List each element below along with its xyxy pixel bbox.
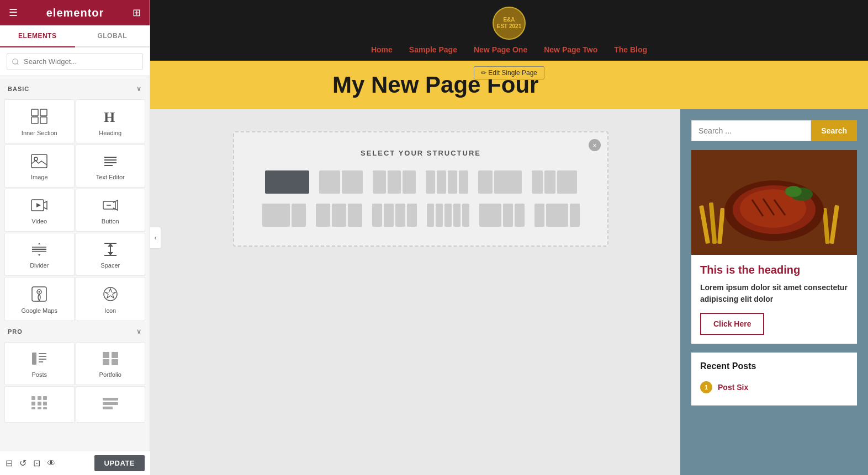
structure-option-r2-1[interactable] [260, 201, 308, 229]
widget-text-editor[interactable]: Text Editor [76, 145, 146, 188]
structure-close-button[interactable]: × [589, 139, 601, 151]
svg-point-6 [34, 157, 38, 161]
pro4-icon [102, 396, 119, 412]
update-button[interactable]: UPDATE [94, 455, 145, 471]
sidebar-search-button[interactable]: Search [811, 120, 857, 141]
structure-title: SELECT YOUR STRUCTURE [251, 149, 591, 157]
history-icon[interactable]: ↺ [19, 458, 27, 468]
nav-new-page-two[interactable]: New Page Two [544, 45, 597, 54]
widget-text-editor-label: Text Editor [96, 174, 125, 180]
widget-pro-4[interactable] [76, 386, 146, 423]
icon-widget-icon [103, 286, 118, 304]
widget-google-maps[interactable]: Google Maps [4, 277, 75, 321]
hamburger-icon[interactable]: ☰ [9, 7, 18, 19]
pro-section-header[interactable]: PRO ∨ [0, 323, 150, 340]
structure-selector: × SELECT YOUR STRUCTURE [233, 131, 608, 247]
inner-section-icon [31, 109, 47, 126]
widget-spacer[interactable]: Spacer [76, 233, 146, 276]
structure-row-2 [251, 201, 591, 229]
svg-rect-0 [31, 109, 38, 116]
structure-option-r2-2[interactable] [314, 201, 364, 229]
layers-icon[interactable]: ⊟ [6, 458, 13, 468]
recent-posts-widget: Recent Posts 1 Post Six [691, 353, 857, 405]
widget-pro-3[interactable] [4, 386, 75, 423]
structure-option-4col[interactable] [424, 168, 470, 196]
widget-spacer-label: Spacer [100, 262, 120, 269]
site-nav: Home Sample Page New Page One New Page T… [371, 45, 647, 54]
video-icon [31, 198, 47, 215]
svg-rect-3 [40, 117, 47, 124]
svg-rect-2 [31, 117, 38, 124]
nav-new-page-one[interactable]: New Page One [474, 45, 527, 54]
button-icon [102, 198, 119, 215]
pro3-icon [31, 396, 47, 412]
structure-grid [251, 168, 591, 229]
widget-heading[interactable]: H Heading [76, 99, 146, 143]
structure-option-3col[interactable] [371, 168, 418, 196]
svg-text:H: H [104, 109, 115, 124]
portfolio-icon [102, 351, 119, 368]
structure-option-1col[interactable] [263, 168, 311, 196]
widget-posts[interactable]: Posts [4, 342, 75, 385]
card-click-here-button[interactable]: Click Here [700, 313, 764, 335]
widget-divider[interactable]: Divider [4, 233, 75, 276]
structure-option-r2-4[interactable] [425, 201, 472, 229]
structure-option-r2-6[interactable] [532, 201, 582, 229]
widget-video[interactable]: Video [4, 189, 75, 232]
search-input[interactable] [7, 53, 143, 70]
widget-inner-section[interactable]: Inner Section [4, 99, 75, 143]
svg-rect-42 [38, 407, 41, 409]
svg-rect-5 [31, 154, 47, 168]
svg-point-60 [785, 186, 802, 197]
preview-icon[interactable]: 👁 [47, 458, 56, 468]
edit-single-page-button[interactable]: ✏ Edit Single Page [474, 66, 544, 79]
svg-point-23 [39, 291, 40, 293]
pro-section-label: PRO [8, 328, 23, 335]
panel-header: ☰ elementor ⊞ [0, 0, 150, 25]
svg-rect-46 [103, 407, 113, 409]
structure-option-r2-5[interactable] [477, 201, 527, 229]
sidebar-search-input[interactable] [691, 120, 811, 141]
site-header: E&A EST 2021 Home Sample Page New Page O… [150, 0, 868, 61]
tab-global[interactable]: GLOBAL [75, 25, 150, 46]
nav-the-blog[interactable]: The Blog [614, 45, 647, 54]
posts-icon [31, 351, 47, 368]
sidebar: Search [680, 109, 868, 475]
svg-rect-45 [103, 402, 118, 405]
structure-option-2col[interactable] [317, 168, 365, 196]
search-widget: Search [691, 120, 857, 141]
post-six-link[interactable]: Post Six [718, 383, 748, 392]
collapse-panel-button[interactable]: ‹ [150, 227, 161, 249]
panel-tabs: ELEMENTS GLOBAL [0, 25, 150, 47]
widget-icon[interactable]: Icon [76, 277, 146, 321]
svg-marker-12 [36, 203, 41, 207]
widget-button[interactable]: Button [76, 189, 146, 232]
main-content: × SELECT YOUR STRUCTURE [150, 109, 680, 475]
svg-marker-25 [105, 289, 115, 298]
nav-sample-page[interactable]: Sample Page [409, 45, 457, 54]
basic-section-label: BASIC [8, 86, 29, 92]
basic-section-header[interactable]: BASIC ∨ [0, 81, 150, 97]
svg-rect-38 [31, 402, 35, 405]
grid-icon[interactable]: ⊞ [133, 7, 141, 19]
tab-elements[interactable]: ELEMENTS [0, 25, 75, 47]
svg-rect-41 [31, 407, 35, 409]
text-editor-icon [102, 154, 119, 170]
logo-text: E&A EST 2021 [497, 17, 521, 30]
structure-option-1-2col[interactable] [476, 168, 524, 196]
svg-rect-32 [112, 352, 118, 358]
responsive-icon[interactable]: ⊡ [33, 458, 40, 468]
pro-widgets-grid: Posts Portfolio [0, 340, 150, 425]
widget-image[interactable]: Image [4, 145, 75, 188]
search-box [0, 47, 150, 76]
main-area: E&A EST 2021 Home Sample Page New Page O… [150, 0, 868, 475]
recent-post-item: 1 Post Six [700, 378, 848, 397]
bottom-left-icons: ⊟ ↺ ⊡ 👁 [6, 458, 56, 468]
structure-option-2-1-1col[interactable] [530, 168, 579, 196]
elementor-logo: elementor [46, 7, 104, 19]
svg-rect-37 [43, 396, 47, 400]
svg-rect-39 [38, 402, 41, 405]
structure-option-r2-3[interactable] [370, 201, 419, 229]
nav-home[interactable]: Home [371, 45, 393, 54]
widget-portfolio[interactable]: Portfolio [76, 342, 146, 385]
